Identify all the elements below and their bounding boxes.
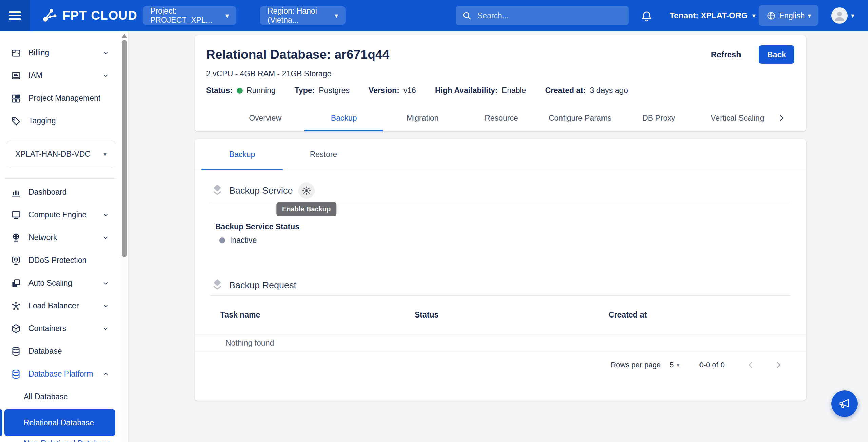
tenant-selector[interactable]: Tenant: XPLAT-ORG ▾	[670, 11, 756, 20]
feedback-fab-button[interactable]	[831, 390, 858, 417]
caret-down-icon: ▾	[677, 362, 679, 368]
backup-service-title: Backup Service	[229, 186, 293, 196]
tab-db-proxy[interactable]: DB Proxy	[619, 105, 698, 131]
empty-message: Nothing found	[225, 339, 274, 348]
search-icon	[462, 11, 472, 21]
scrollbar-up-arrow[interactable]	[122, 34, 127, 38]
page-title: Relational Database: ar671q44	[206, 47, 390, 62]
language-selector[interactable]: English ▾	[759, 5, 818, 26]
brand-logo-text: FPT CLOUD	[62, 8, 137, 23]
column-created-at: Created at	[609, 310, 806, 320]
column-status: Status	[415, 310, 609, 320]
hamburger-menu-button[interactable]	[0, 0, 30, 31]
sidebar-item-dashboard[interactable]: Dashboard	[0, 181, 121, 204]
sidebar-item-containers[interactable]: Containers	[0, 317, 121, 340]
language-label: English	[779, 11, 805, 20]
search-box[interactable]	[456, 6, 629, 25]
sidebar-item-load-balancer[interactable]: Load Balancer	[0, 294, 121, 317]
section-divider	[210, 201, 790, 201]
backup-settings-button[interactable]: Enable Backup	[298, 182, 315, 199]
sidebar-item-network[interactable]: Network	[0, 226, 121, 249]
caret-down-icon: ▾	[808, 12, 811, 19]
back-button[interactable]: Back	[759, 45, 794, 64]
sidebar-item-database-platform[interactable]: Database Platform	[0, 363, 121, 385]
chevron-down-icon	[102, 212, 109, 218]
sidebar-item-auto-scaling[interactable]: Auto Scaling	[0, 272, 121, 294]
active-item-accent-bar	[0, 409, 2, 436]
refresh-button[interactable]: Refresh	[709, 50, 743, 60]
wallet-icon	[10, 47, 22, 59]
sidebar-item-compute-engine[interactable]: Compute Engine	[0, 204, 121, 226]
brand-logo[interactable]: FPT CLOUD	[40, 6, 137, 25]
sidebar-item-non-relational-database[interactable]: Non-Relational Database	[0, 439, 121, 442]
backup-service-status-value: Inactive	[230, 236, 257, 245]
tab-restore[interactable]: Restore	[283, 139, 364, 170]
sidebar-item-iam[interactable]: IAM	[0, 64, 121, 87]
chevron-down-icon	[102, 280, 109, 287]
hamburger-icon	[9, 9, 21, 22]
search-input[interactable]	[477, 11, 612, 21]
backup-request-section-header: Backup Request	[210, 277, 790, 293]
previous-page-button[interactable]	[746, 360, 756, 370]
caret-down-icon: ▾	[225, 12, 229, 19]
backup-service-section-header: Backup Service Enable Backup	[210, 182, 790, 199]
caret-down-icon: ▾	[752, 12, 756, 19]
tag-icon	[10, 115, 22, 127]
tabs-scroll-right-icon[interactable]	[777, 114, 786, 122]
user-avatar[interactable]	[831, 7, 848, 24]
chevron-down-icon	[102, 50, 109, 56]
layers-diamond-icon	[210, 184, 224, 197]
sidebar-item-tagging[interactable]: Tagging	[0, 110, 121, 132]
tab-overview[interactable]: Overview	[226, 105, 304, 131]
status-label: Status:	[206, 86, 233, 95]
chevron-right-icon	[773, 360, 784, 370]
globe-icon	[766, 11, 776, 21]
monitor-icon	[10, 209, 22, 221]
caret-down-icon: ▾	[335, 12, 338, 19]
tab-backup[interactable]: Backup	[304, 105, 383, 131]
region-selector[interactable]: Region: Hanoi (Vietna... ▾	[260, 6, 346, 25]
layers-icon	[10, 277, 22, 289]
next-page-button[interactable]	[773, 360, 784, 370]
chevron-down-icon	[102, 72, 109, 79]
project-selector[interactable]: Project: PROJECT_XPL... ▾	[143, 6, 236, 25]
rows-per-page-select[interactable]: 5 ▾	[670, 361, 679, 369]
version-value: v16	[403, 86, 416, 95]
backup-panel-card: Backup Restore Backup Service	[195, 139, 806, 401]
sidebar-item-ddos-protection[interactable]: DDoS Protection	[0, 249, 121, 272]
tab-configure-params[interactable]: Configure Params	[541, 105, 619, 131]
tab-backup-inner[interactable]: Backup	[201, 139, 283, 170]
megaphone-icon	[838, 397, 851, 410]
scrollbar-thumb[interactable]	[122, 40, 127, 257]
cube-icon	[10, 323, 22, 334]
vdc-selector[interactable]: XPLAT-HAN-DB-VDC ▾	[7, 141, 115, 167]
inactive-status-dot	[219, 237, 225, 243]
sidebar-item-relational-database[interactable]: Relational Database	[4, 409, 115, 436]
sidebar-scrollbar[interactable]	[121, 31, 129, 442]
rows-per-page-label: Rows per page	[611, 361, 661, 369]
tab-vertical-scaling[interactable]: Vertical Scaling	[698, 105, 777, 131]
enable-backup-tooltip: Enable Backup	[276, 202, 336, 216]
sidebar-item-database[interactable]: Database	[0, 340, 121, 363]
status-value: Running	[246, 86, 276, 95]
database-header-card: Relational Database: ar671q44 Refresh Ba…	[195, 35, 806, 131]
sidebar: Billing IAM	[0, 31, 121, 442]
avatar-caret-icon[interactable]: ▾	[851, 12, 854, 19]
chevron-left-icon	[746, 360, 756, 370]
fpt-cloud-logo-icon	[40, 6, 58, 25]
sidebar-item-billing[interactable]: Billing	[0, 41, 121, 64]
sidebar-item-project-management[interactable]: Project Management	[0, 87, 121, 110]
type-value: Postgres	[319, 86, 350, 95]
chevron-down-icon	[102, 234, 109, 241]
id-card-icon	[10, 70, 22, 81]
backup-panel-tabs: Backup Restore	[195, 139, 806, 170]
chevron-up-icon	[102, 371, 109, 378]
database-icon	[10, 368, 22, 380]
tab-resource[interactable]: Resource	[462, 105, 540, 131]
chevron-down-icon	[102, 303, 109, 309]
ha-value: Enable	[502, 86, 526, 95]
notifications-bell-icon[interactable]	[640, 9, 653, 22]
tab-migration[interactable]: Migration	[383, 105, 462, 131]
page-tabs: Overview Backup Migration Resource Confi…	[206, 105, 794, 131]
sidebar-item-all-database[interactable]: All Database	[0, 385, 121, 408]
